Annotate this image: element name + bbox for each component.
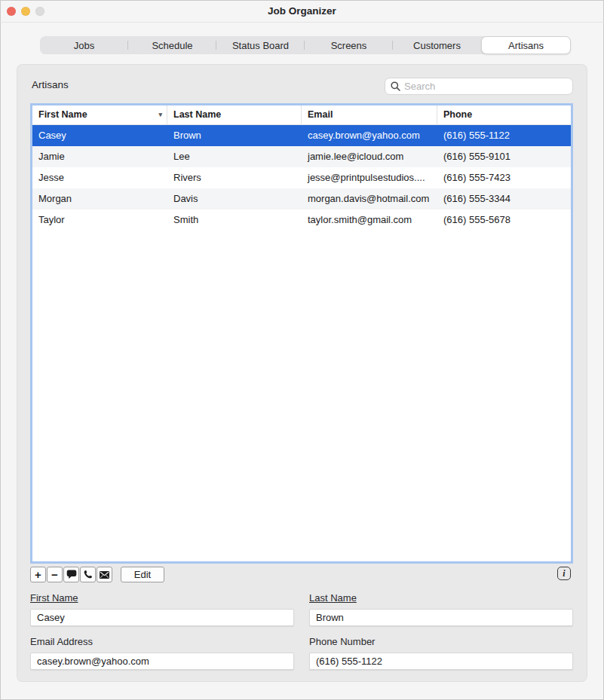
column-header-email[interactable]: Email [302, 105, 437, 124]
tab-label: Screens [331, 40, 367, 51]
last-name-label: Last Name [309, 592, 357, 604]
column-label: Last Name [173, 109, 221, 120]
window-title: Job Organizer [268, 5, 336, 17]
cell-email: jamie.lee@icloud.com [302, 146, 437, 167]
tab-label: Jobs [74, 40, 94, 51]
cell-phone: (616) 555-7423 [437, 167, 571, 188]
first-name-field[interactable] [30, 609, 294, 626]
cell-first-name: Casey [32, 125, 167, 146]
cell-last-name: Lee [167, 146, 302, 167]
tab-label: Schedule [152, 40, 192, 51]
envelope-icon [100, 571, 109, 579]
email-button[interactable] [97, 567, 112, 582]
title-bar: Job Organizer [0, 0, 604, 23]
cell-first-name: Morgan [32, 188, 167, 209]
tab-label: Customers [413, 40, 461, 51]
edit-button-label: Edit [134, 569, 151, 580]
table-row[interactable]: Jamie Lee jamie.lee@icloud.com (616) 555… [32, 146, 571, 167]
tab-bar: Jobs Schedule Status Board Screens Custo… [40, 36, 571, 54]
cell-last-name: Smith [167, 209, 302, 231]
cell-phone: (616) 555-9101 [437, 146, 571, 167]
table-row[interactable]: Jesse Rivers jesse@printpulsestudios....… [32, 167, 571, 188]
table-row[interactable]: Casey Brown casey.brown@yahoo.com (616) … [32, 125, 571, 146]
plus-icon: + [35, 569, 41, 580]
tab-jobs[interactable]: Jobs [40, 36, 128, 54]
close-button[interactable] [7, 7, 16, 16]
cell-first-name: Taylor [32, 209, 167, 231]
cell-first-name: Jesse [32, 167, 167, 188]
sort-descending-icon: ▾ [158, 105, 162, 124]
column-header-phone[interactable]: Phone [437, 105, 571, 124]
phone-icon [83, 570, 93, 579]
cell-first-name: Jamie [32, 146, 167, 167]
zoom-button[interactable] [35, 7, 44, 16]
cell-last-name: Rivers [167, 167, 302, 188]
email-address-label: Email Address [30, 636, 93, 647]
tab-customers[interactable]: Customers [393, 36, 481, 54]
column-header-first-name[interactable]: First Name ▾ [32, 105, 167, 124]
tab-schedule[interactable]: Schedule [128, 36, 216, 54]
tab-screens[interactable]: Screens [305, 36, 393, 54]
search-input[interactable] [404, 81, 567, 92]
column-label: Email [308, 109, 333, 120]
cell-phone: (616) 555-5678 [437, 209, 571, 231]
call-button[interactable] [80, 567, 96, 582]
cell-last-name: Davis [167, 188, 302, 209]
search-icon [391, 81, 400, 91]
column-label: First Name [38, 109, 87, 120]
section-title: Artisans [32, 79, 69, 90]
cell-email: jesse@printpulsestudios.... [302, 167, 437, 188]
search-field [385, 78, 573, 95]
tab-status-board[interactable]: Status Board [216, 36, 305, 54]
cell-email: casey.brown@yahoo.com [302, 125, 437, 146]
minus-icon: − [51, 569, 58, 580]
cell-email: taylor.smith@gmail.com [302, 209, 437, 231]
email-address-field[interactable] [30, 653, 294, 670]
cell-last-name: Brown [167, 125, 302, 146]
add-record-button[interactable]: + [30, 567, 46, 582]
cell-phone: (616) 555-1122 [437, 125, 571, 146]
speech-bubble-icon [66, 570, 77, 579]
app-window: Job Organizer Jobs Schedule Status Board… [0, 0, 604, 700]
info-button[interactable]: i [557, 567, 571, 580]
edit-button[interactable]: Edit [121, 567, 164, 582]
table-header: First Name ▾ Last Name Email Phone [32, 105, 571, 125]
table-row[interactable]: Morgan Davis morgan.davis@hotmail.com (6… [32, 188, 571, 209]
tab-label: Artisans [508, 40, 544, 51]
cell-phone: (616) 555-3344 [437, 188, 571, 209]
info-icon: i [563, 568, 565, 579]
tab-label: Status Board [232, 40, 289, 51]
artisans-table: First Name ▾ Last Name Email Phone Casey… [30, 103, 573, 564]
first-name-label: First Name [30, 592, 78, 604]
tab-artisans[interactable]: Artisans [481, 36, 571, 54]
column-header-last-name[interactable]: Last Name [167, 105, 302, 124]
cell-email: morgan.davis@hotmail.com [302, 188, 437, 209]
table-row[interactable]: Taylor Smith taylor.smith@gmail.com (616… [32, 209, 571, 231]
phone-number-label: Phone Number [309, 636, 375, 647]
phone-number-field[interactable] [309, 653, 573, 670]
message-button[interactable] [63, 567, 79, 582]
remove-record-button[interactable]: − [47, 567, 63, 582]
minimize-button[interactable] [21, 7, 30, 16]
last-name-field[interactable] [309, 609, 573, 626]
column-label: Phone [443, 109, 472, 120]
